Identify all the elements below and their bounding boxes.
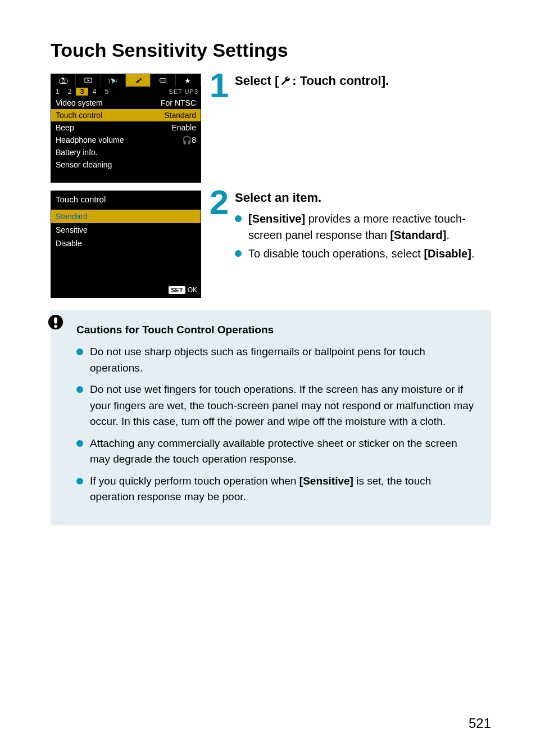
page-number: 521 [469, 716, 491, 731]
subtab-4: 4 [88, 88, 101, 96]
svg-rect-12 [54, 318, 57, 324]
svg-marker-10 [185, 78, 191, 83]
caution-item: If you quickly perform touch operation w… [60, 473, 478, 505]
svg-point-9 [165, 80, 165, 80]
bullet-dot-icon [235, 250, 242, 257]
tab-custom-icon [151, 74, 175, 87]
bullet-dot-icon [76, 386, 83, 393]
menu-row-value: For NTSC [161, 98, 196, 107]
bullet-dot-icon [76, 440, 83, 447]
camera-menu-screenshot-2: Touch control StandardSensitiveDisable S… [51, 191, 201, 298]
screen2-title: Touch control [51, 191, 201, 210]
caution-text: If you quickly perform touch operation w… [90, 473, 478, 505]
menu-row-label: Video system [56, 98, 161, 107]
option-row: Disable [51, 237, 201, 250]
page-title: Touch Sensitivity Settings [51, 39, 491, 61]
subtab-3: 3 [76, 88, 88, 96]
tab-playback-icon [76, 74, 101, 87]
menu-row-value: 🎧8 [182, 135, 196, 144]
tab-shoot-icon [51, 74, 76, 87]
subtab-2: 2 [63, 88, 76, 96]
menu-row: Sensor cleaning [51, 159, 201, 171]
svg-point-7 [161, 80, 161, 80]
step-1-numeral: 1 [208, 71, 230, 99]
tab-setup-icon [126, 74, 151, 87]
menu-row-value: Standard [164, 111, 196, 120]
caution-item: Do not use sharp objects such as fingern… [60, 344, 478, 376]
step-2-numeral: 2 [208, 188, 230, 216]
set-badge: SET [169, 286, 185, 294]
step-bullet: [Sensitive] provides a more reactive tou… [235, 211, 491, 243]
menu-row-label: Touch control [56, 111, 164, 120]
ok-label: OK [188, 286, 197, 294]
bullet-text: To disable touch operations, select [Dis… [248, 246, 491, 262]
svg-point-8 [162, 80, 163, 80]
menu-row-label: Sensor cleaning [56, 160, 196, 169]
wrench-icon [280, 75, 291, 87]
menu-row: Touch controlStandard [51, 109, 201, 121]
caution-item: Attaching any commercially available pro… [60, 436, 478, 468]
caution-text: Do not use sharp objects such as fingern… [90, 344, 478, 376]
subtab-page-label: SET UP3 [169, 88, 198, 95]
bullet-dot-icon [76, 478, 83, 485]
caution-box: Cautions for Touch Control Operations Do… [51, 310, 491, 526]
screen2-footer: SET OK [51, 284, 201, 297]
caution-title: Cautions for Touch Control Operations [76, 324, 478, 336]
menu-row-label: Beep [56, 123, 171, 132]
subtab-5: 5 [101, 88, 113, 96]
step-bullet: To disable touch operations, select [Dis… [235, 246, 491, 262]
camera-menu-screenshot-1: ((📡)) 1 2 3 4 5 SET UP3 Vide [51, 74, 201, 183]
svg-marker-4 [88, 79, 90, 82]
svg-rect-1 [61, 78, 63, 79]
option-row: Sensitive [51, 223, 201, 237]
menu-row: BeepEnable [51, 121, 201, 134]
tab-wireless-icon: ((📡)) [101, 74, 126, 87]
menu-tabbar: ((📡)) [51, 74, 201, 87]
caution-icon [47, 314, 64, 333]
menu-row: Battery info. [51, 146, 201, 159]
caution-item: Do not use wet fingers for touch operati… [60, 382, 478, 430]
svg-text:((📡)): ((📡)) [108, 78, 117, 83]
step-1-heading: Select [: Touch control]. [235, 74, 491, 88]
bullet-dot-icon [76, 348, 83, 355]
menu-subtabs: 1 2 3 4 5 SET UP3 [51, 87, 201, 97]
svg-point-13 [54, 325, 57, 328]
svg-point-2 [62, 80, 65, 83]
option-row: Standard [51, 210, 201, 223]
caution-text: Attaching any commercially available pro… [90, 436, 478, 468]
menu-row-value: Enable [171, 123, 196, 132]
step-2-heading: Select an item. [235, 191, 491, 205]
menu-row-label: Battery info. [56, 148, 196, 157]
subtab-1: 1 [51, 88, 63, 96]
bullet-dot-icon [235, 215, 242, 222]
bullet-text: [Sensitive] provides a more reactive tou… [248, 211, 491, 243]
menu-row: Headphone volume🎧8 [51, 134, 201, 146]
menu-row-label: Headphone volume [56, 135, 182, 144]
tab-mymenu-icon [176, 74, 201, 87]
menu-row: Video systemFor NTSC [51, 97, 201, 109]
caution-text: Do not use wet fingers for touch operati… [90, 382, 478, 430]
